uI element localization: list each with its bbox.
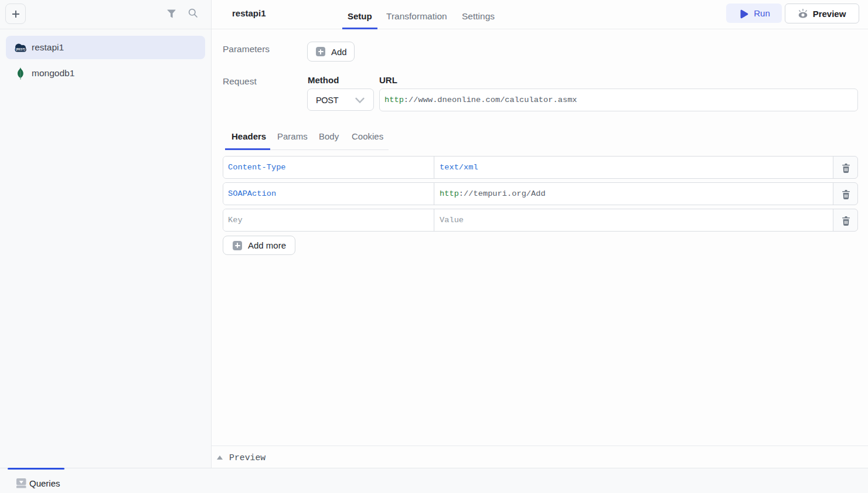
svg-text:{REST}: {REST}: [16, 48, 25, 51]
